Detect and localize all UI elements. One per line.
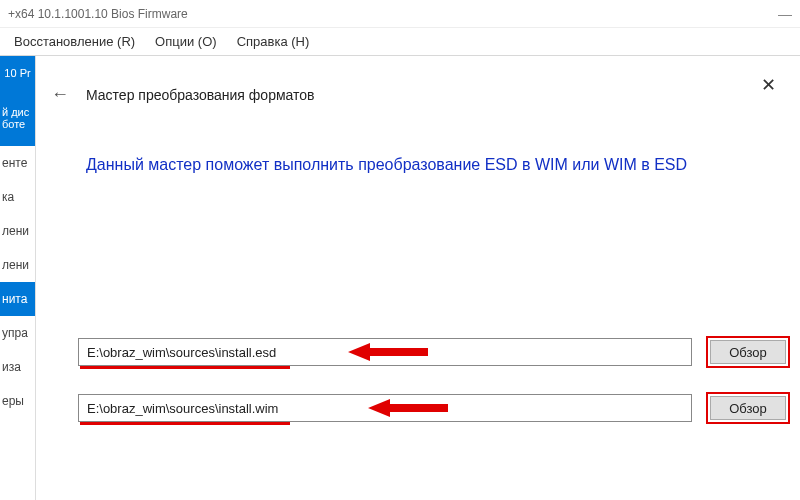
annotation-box-icon: Обзор: [706, 392, 790, 424]
sidebar-item[interactable]: енте: [0, 146, 35, 180]
wizard-header: ← Мастер преобразования форматов: [48, 84, 780, 105]
sidebar-header-fragment: 10 Pr: [0, 56, 35, 90]
sidebar-item[interactable]: упра: [0, 316, 35, 350]
browse-source-button[interactable]: Обзор: [710, 340, 786, 364]
source-file-input[interactable]: [78, 338, 692, 366]
sidebar-item[interactable]: еры: [0, 384, 35, 418]
source-file-row: Обзор: [78, 336, 790, 368]
window-titlebar: +x64 10.1.1001.10 Bios Firmware —: [0, 0, 800, 28]
sidebar-item[interactable]: лени: [0, 248, 35, 282]
wizard-intro-text: Данный мастер поможет выполнить преобраз…: [86, 153, 740, 177]
annotation-underline-icon: [80, 366, 290, 369]
menubar: Восстановление (R) Опции (O) Справка (H): [0, 28, 800, 56]
wizard-panel: ✕ ← Мастер преобразования форматов Данны…: [36, 56, 800, 500]
sidebar-item[interactable]: лени: [0, 214, 35, 248]
sidebar-item[interactable]: ка: [0, 180, 35, 214]
annotation-underline-icon: [80, 422, 290, 425]
sidebar-disk-fragment: й дис боте: [0, 90, 35, 146]
annotation-box-icon: Обзор: [706, 336, 790, 368]
minimize-icon[interactable]: —: [778, 6, 792, 22]
target-file-input[interactable]: [78, 394, 692, 422]
wizard-title: Мастер преобразования форматов: [86, 87, 315, 103]
close-icon[interactable]: ✕: [761, 74, 776, 96]
window-title: +x64 10.1.1001.10 Bios Firmware: [8, 7, 188, 21]
sidebar-fragment-text: боте: [2, 118, 33, 130]
browse-target-button[interactable]: Обзор: [710, 396, 786, 420]
menu-options[interactable]: Опции (O): [145, 28, 227, 55]
sidebar-item-selected[interactable]: нита: [0, 282, 35, 316]
sidebar-item[interactable]: иза: [0, 350, 35, 384]
menu-restore[interactable]: Восстановление (R): [4, 28, 145, 55]
sidebar: 10 Pr й дис боте енте ка лени лени нита …: [0, 56, 36, 500]
back-icon[interactable]: ←: [48, 84, 72, 105]
target-file-row: Обзор: [78, 392, 790, 424]
window-controls: —: [778, 6, 792, 22]
menu-help[interactable]: Справка (H): [227, 28, 320, 55]
sidebar-fragment-text: й дис: [2, 106, 33, 118]
